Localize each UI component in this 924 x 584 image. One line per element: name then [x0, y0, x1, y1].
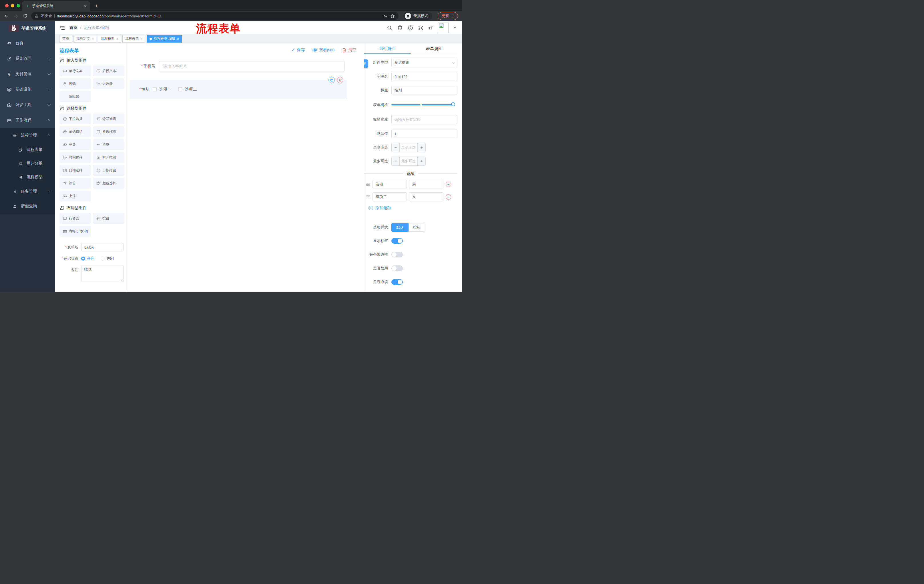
gender-option-2[interactable]: 选项二 [178, 87, 197, 92]
save-button[interactable]: ✓ 保存 [292, 48, 305, 53]
duplicate-component-button[interactable] [328, 77, 335, 83]
sidebar-item-devtools[interactable]: 研发工具 [0, 97, 55, 113]
breadcrumb-home[interactable]: 首页 [69, 25, 78, 30]
style-button-button[interactable]: 按钮 [409, 223, 426, 232]
stepper-minus-button[interactable]: − [392, 157, 400, 165]
palette-item-time-range[interactable]: 时间范围 [93, 152, 124, 163]
add-option-button[interactable]: + 添加选项 [368, 206, 457, 211]
option-label-input[interactable] [373, 180, 407, 189]
browser-tab[interactable]: 芋道管理系统 × [22, 1, 90, 11]
tag-process-model[interactable]: 流程模型× [98, 35, 120, 43]
palette-item-checkbox-group[interactable]: 多选框组 [93, 126, 124, 137]
label-width-input[interactable] [391, 115, 457, 124]
stepper-minus-button[interactable]: − [392, 143, 400, 152]
sidebar-item-process-management[interactable]: 流程管理 [0, 128, 55, 143]
phone-input[interactable] [159, 61, 345, 71]
field-name-input[interactable] [391, 72, 457, 81]
option-value-input[interactable] [409, 180, 444, 189]
tag-process-form-edit[interactable]: 流程表单-编辑× [147, 35, 182, 43]
tab-component-props[interactable]: 组件属性 [364, 43, 411, 54]
checkbox-icon[interactable] [178, 87, 182, 91]
collapse-sidebar-icon[interactable] [59, 25, 65, 30]
palette-item-row-container[interactable]: 行容器 [59, 213, 91, 224]
palette-item-table[interactable]: 表格[开发中] [59, 226, 91, 237]
back-icon[interactable] [3, 13, 10, 20]
delete-component-button[interactable] [337, 77, 343, 83]
palette-item-counter[interactable]: 123计数器 [93, 78, 124, 89]
tag-close-icon[interactable]: × [116, 37, 118, 41]
checkbox-icon[interactable] [153, 87, 157, 91]
canvas-field-phone[interactable]: *手机号 [141, 61, 345, 71]
palette-item-date-range[interactable]: 日期范围 [93, 165, 124, 176]
option-label-input[interactable] [373, 192, 407, 201]
sidebar-item-infrastructure[interactable]: 基础设施 [0, 82, 55, 97]
password-key-icon[interactable] [383, 14, 388, 18]
bookmark-star-icon[interactable] [390, 14, 395, 18]
remove-option-button[interactable]: − [446, 182, 451, 187]
component-type-select[interactable]: 多选框组 [391, 58, 457, 67]
palette-item-radio-group[interactable]: 单选框组 [59, 126, 91, 137]
palette-item-editor[interactable]: 编辑器 [59, 91, 91, 102]
sidebar-item-home[interactable]: 首页 [0, 35, 55, 51]
palette-item-upload[interactable]: 上传 [59, 191, 91, 201]
drag-handle-icon[interactable] [366, 182, 370, 187]
font-size-icon[interactable]: ᴛT [428, 25, 433, 30]
url-text[interactable]: dashboard.yudao.iocoder.cn/bpm/manager/f… [57, 14, 162, 18]
fullscreen-icon[interactable] [418, 25, 423, 31]
sidebar-item-user-group[interactable]: 用户分组 [0, 156, 55, 170]
tag-close-icon[interactable]: × [92, 37, 94, 41]
style-default-button[interactable]: 默认 [391, 223, 409, 232]
palette-item-color-picker[interactable]: 颜色选择 [93, 178, 124, 189]
palette-item-time-picker[interactable]: 时间选择 [59, 152, 91, 163]
update-button[interactable]: 更新 ⋮ [438, 12, 458, 20]
drag-handle-icon[interactable] [366, 194, 370, 199]
palette-item-password[interactable]: 密码 [59, 78, 91, 89]
option-value-input[interactable] [409, 192, 444, 201]
app-logo[interactable]: 芋道管理系统 [0, 21, 55, 35]
min-select-value[interactable]: 至少应选 [400, 143, 417, 152]
sidebar-item-payment[interactable]: ¥ 支付管理 [0, 66, 55, 82]
status-radio-off[interactable]: 关闭 [101, 256, 114, 261]
status-radio-on[interactable]: 开启 [81, 256, 94, 261]
maximize-window-button[interactable] [16, 4, 20, 7]
border-toggle[interactable] [391, 252, 403, 257]
github-icon[interactable] [397, 25, 403, 31]
stepper-plus-button[interactable]: + [417, 143, 426, 152]
view-json-button[interactable]: 查看json [312, 48, 335, 53]
window-controls[interactable] [5, 4, 20, 7]
canvas-field-gender-selected[interactable]: *性别 选项一 选项二 [130, 80, 347, 99]
title-input[interactable] [391, 86, 457, 95]
tag-process-definition[interactable]: 流程定义× [73, 35, 96, 43]
chain-link-button[interactable] [364, 59, 368, 68]
slider-handle[interactable] [451, 102, 455, 106]
palette-item-cascade[interactable]: 级联选择 [93, 114, 124, 124]
palette-item-multi-line[interactable]: 多行文本 [93, 66, 124, 76]
tag-close-icon[interactable]: × [177, 37, 179, 41]
avatar-caret-icon[interactable] [454, 27, 456, 29]
minimize-window-button[interactable] [11, 4, 14, 7]
sidebar-item-leave-query[interactable]: 请假查询 [0, 199, 55, 214]
gender-option-1[interactable]: 选项一 [153, 87, 171, 92]
avatar[interactable] [438, 23, 449, 33]
address-bar[interactable]: 不安全 dashboard.yudao.iocoder.cn/bpm/manag… [31, 12, 399, 20]
tag-process-form[interactable]: 流程表单× [122, 35, 145, 43]
sidebar-item-system[interactable]: 系统管理 [0, 51, 55, 66]
browser-menu-icon[interactable]: ⋮ [451, 13, 455, 18]
sidebar-item-process-model[interactable]: 流程模型 [0, 170, 55, 184]
disabled-toggle[interactable] [391, 265, 403, 271]
close-window-button[interactable] [5, 4, 8, 7]
required-toggle[interactable] [391, 279, 403, 285]
palette-item-single-line[interactable]: 单行文本 [59, 66, 91, 76]
reload-icon[interactable] [22, 13, 29, 20]
remove-option-button[interactable]: − [446, 194, 451, 200]
tag-home[interactable]: 首页 [59, 35, 72, 43]
tab-form-props[interactable]: 表单属性 [411, 43, 458, 54]
form-remark-textarea[interactable]: 嘿嘿 [81, 265, 124, 282]
forward-icon[interactable] [12, 13, 19, 20]
palette-item-slider[interactable]: 滑块 [93, 139, 124, 150]
palette-item-date-picker[interactable]: 日期选择 [59, 165, 91, 176]
search-icon[interactable] [387, 25, 392, 31]
clear-button[interactable]: 清空 [342, 48, 356, 53]
show-label-toggle[interactable] [391, 238, 403, 244]
security-label[interactable]: 不安全 [41, 13, 52, 18]
